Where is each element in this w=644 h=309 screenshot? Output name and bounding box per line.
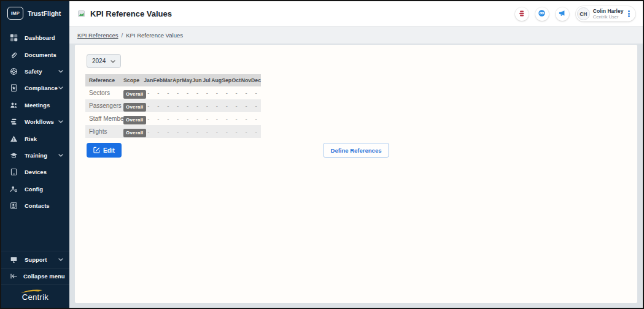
sidebar-item-label: Meetings (25, 102, 50, 109)
value-cell-jul: - (203, 128, 212, 135)
sidebar: IMP TrustFlight DashboardDocumentsSafety… (1, 1, 69, 308)
sidebar-item-risk[interactable]: Risk (1, 130, 69, 147)
column-header-oct: Oct (231, 77, 241, 83)
column-header-jul: Jul (202, 77, 212, 83)
sidebar-item-compliance[interactable]: Compliance (1, 80, 69, 96)
megaphone-button[interactable] (556, 7, 569, 21)
column-header-may: May (182, 77, 192, 83)
megaphone-icon (558, 9, 566, 20)
scope-cell: Overall (123, 113, 144, 124)
table-row-sectors: SectorsOverall------------ (85, 86, 261, 99)
value-cell-feb: - (153, 115, 163, 122)
value-cell-jun: - (193, 102, 203, 109)
scope-badge: Overall (123, 103, 146, 112)
value-cell-dec: - (251, 128, 261, 135)
devices-icon (10, 168, 19, 176)
sidebar-item-documents[interactable]: Documents (1, 46, 69, 63)
tasks-button[interactable] (515, 7, 529, 21)
value-cell-jul: - (203, 102, 212, 109)
sidebar-item-training[interactable]: Training (1, 147, 69, 164)
reference-cell: Passengers (85, 102, 123, 109)
table-header-row: ReferenceScopeJanFebMarAprMayJunJulAugSe… (85, 74, 261, 86)
value-cell-apr: - (173, 102, 183, 109)
scope-cell: Overall (123, 87, 144, 99)
value-cell-aug: - (212, 90, 222, 96)
sidebar-item-dashboard[interactable]: Dashboard (1, 29, 69, 46)
column-header-nov: Nov (241, 77, 251, 83)
sidebar-item-label: Collapse menu (23, 273, 65, 280)
sidebar-item-label: Contacts (25, 202, 50, 209)
sidebar-item-label: Devices (25, 169, 47, 175)
column-header-feb: Feb (153, 77, 163, 83)
sidebar-item-label: Support (25, 256, 47, 263)
value-cell-dec: - (251, 90, 261, 96)
actions-row: Edit Define References (85, 143, 627, 158)
chevron-down-icon (58, 154, 63, 157)
value-cell-oct: - (231, 128, 241, 135)
sidebar-item-meetings[interactable]: Meetings (1, 97, 69, 113)
sidebar-item-workflows[interactable]: Workflows (1, 113, 69, 130)
scope-badge: Overall (123, 90, 146, 99)
value-cell-jan: - (144, 90, 153, 96)
value-cell-apr: - (173, 128, 183, 135)
year-select-value: 2024 (92, 58, 106, 64)
app-window: IMP TrustFlight DashboardDocumentsSafety… (1, 1, 643, 308)
training-icon (10, 151, 19, 159)
table-row-flights: FlightsOverall------------ (85, 125, 261, 138)
content-area: 2024 ReferenceScopeJanFebMarAprMayJunJul… (69, 44, 643, 308)
chevron-down-icon (58, 70, 63, 73)
main-column: KPI Reference Values CH Colin Harley Cen… (69, 1, 643, 308)
header-actions (515, 7, 569, 21)
workflows-icon (10, 118, 19, 126)
value-cell-jun: - (193, 90, 203, 96)
value-cell-oct: - (231, 102, 241, 109)
sidebar-item-collapse-menu[interactable]: Collapse menu (1, 268, 69, 284)
value-cell-may: - (183, 90, 193, 96)
centrik-swoosh-icon (21, 289, 43, 294)
sidebar-item-support[interactable]: Support (1, 251, 69, 267)
sidebar-item-label: Documents (25, 52, 56, 58)
column-header-reference: Reference (85, 77, 123, 83)
sidebar-item-safety[interactable]: Safety (1, 63, 69, 80)
sidebar-item-config[interactable]: Config (1, 181, 69, 197)
meetings-icon (10, 101, 19, 109)
chevron-down-icon (58, 120, 63, 123)
sidebar-item-contacts[interactable]: Contacts (1, 197, 69, 214)
value-cell-apr: - (173, 90, 183, 96)
value-cell-sep: - (222, 115, 231, 122)
value-cell-nov: - (241, 115, 251, 122)
value-cell-nov: - (241, 90, 251, 96)
column-header-mar: Mar (163, 77, 173, 83)
avatar: CH (577, 7, 590, 20)
breadcrumb-link-kpi-references[interactable]: KPI References (77, 32, 118, 39)
link-icon (538, 9, 546, 20)
value-cell-feb: - (153, 128, 163, 135)
column-header-apr: Apr (173, 77, 182, 83)
define-references-button[interactable]: Define References (324, 143, 389, 158)
value-cell-dec: - (251, 102, 261, 109)
sidebar-item-devices[interactable]: Devices (1, 164, 69, 180)
value-cell-feb: - (153, 90, 163, 96)
reference-cell: Sectors (85, 90, 123, 96)
value-cell-mar: - (163, 90, 173, 96)
sidebar-item-label: Dashboard (25, 34, 55, 41)
scope-cell: Overall (123, 126, 144, 137)
scope-badge: Overall (123, 116, 146, 124)
value-cell-may: - (183, 128, 193, 135)
pencil-icon (93, 147, 100, 154)
value-cell-jun: - (193, 115, 203, 122)
value-cell-mar: - (163, 102, 173, 109)
edit-button[interactable]: Edit (87, 143, 122, 158)
link-button[interactable] (535, 7, 549, 21)
value-cell-sep: - (222, 102, 231, 109)
collapse-icon (10, 272, 18, 280)
table-row-passengers: PassengersOverall------------ (85, 99, 261, 112)
user-menu[interactable]: CH Colin Harley Centrik User (576, 6, 635, 21)
compliance-icon (10, 84, 19, 92)
table-row-staff-members: Staff MembersOverall------------ (85, 112, 261, 125)
sidebar-item-label: Config (25, 186, 43, 193)
sidebar-item-label: Compliance (25, 85, 58, 91)
year-select[interactable]: 2024 (87, 54, 121, 68)
column-header-aug: Aug (211, 77, 222, 83)
kebab-menu-icon[interactable] (626, 9, 632, 18)
